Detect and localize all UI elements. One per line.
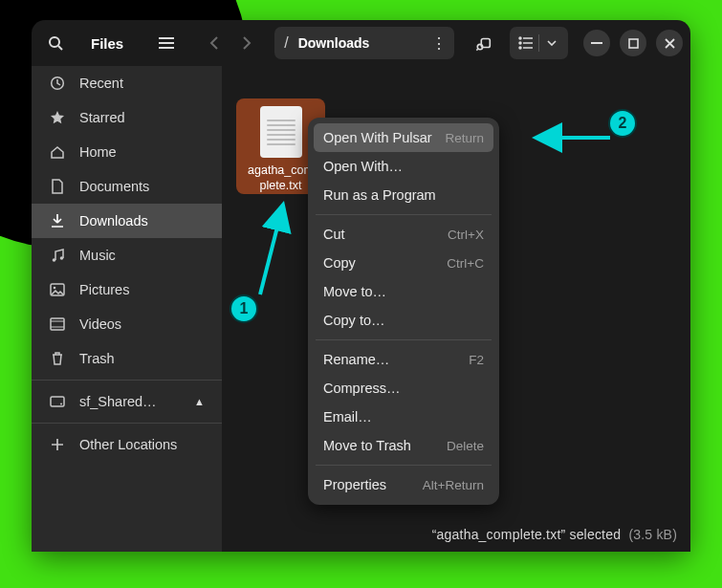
menu-item-label: Properties [323,477,386,492]
menu-item-accel: Delete [447,439,484,453]
minimize-button[interactable] [583,30,610,56]
status-size: (3.5 kB) [628,527,677,542]
sidebar-item-pictures[interactable]: Pictures [32,272,222,307]
menu-item-label: Copy [323,255,356,271]
svg-rect-3 [159,42,174,44]
sidebar-item-recent[interactable]: Recent [32,66,222,100]
window-body: RecentStarredHomeDocumentsDownloadsMusic… [32,66,690,552]
forward-button[interactable] [230,27,263,59]
documents-icon [49,179,66,194]
svg-rect-24 [51,397,64,406]
sidebar-item-label: Other Locations [79,437,177,452]
menu-item-label: Compress… [323,381,401,396]
sidebar-item-other-locations[interactable]: Other Locations [32,427,222,462]
sidebar-item-sf-shared-[interactable]: sf_Shared…▲ [32,384,222,419]
music-icon [49,248,66,263]
sidebar-item-label: Starred [79,110,125,125]
menu-item-accel: Ctrl+X [448,228,484,242]
svg-point-25 [60,403,62,405]
menu-item-accel: F2 [469,353,484,367]
sidebar-item-videos[interactable]: Videos [32,307,222,341]
svg-rect-4 [159,47,174,49]
sidebar-item-label: Trash [79,351,115,366]
svg-point-0 [50,37,59,47]
places-sidebar: RecentStarredHomeDocumentsDownloadsMusic… [32,66,222,552]
svg-line-1 [58,46,62,50]
svg-rect-15 [629,39,638,48]
status-bar: “agatha_complete.txt” selected (3.5 kB) [432,527,677,542]
downloads-icon [49,213,66,229]
close-button[interactable] [656,30,683,56]
search-button[interactable] [39,27,72,59]
back-button[interactable] [198,27,230,59]
menu-item-open-with-[interactable]: Open With… [314,152,493,181]
sidebar-toggle-button[interactable] [150,27,183,59]
status-text: “agatha_complete.txt” selected [432,527,621,542]
pictures-icon [49,283,66,296]
menu-item-label: Move to Trash [323,438,411,453]
view-mode-button[interactable] [510,27,568,59]
sidebar-item-label: Pictures [79,282,129,297]
home-icon [49,144,66,160]
menu-item-move-to-[interactable]: Move to… [314,277,493,306]
menu-item-label: Move to… [323,284,386,299]
menu-item-rename-[interactable]: Rename…F2 [314,345,493,374]
text-file-icon [260,106,302,158]
path-root: / [274,34,297,52]
sidebar-item-documents[interactable]: Documents [32,169,222,204]
svg-point-10 [519,42,521,44]
svg-line-7 [476,49,477,50]
svg-rect-21 [51,318,64,330]
window-controls [583,30,683,56]
svg-point-12 [519,47,521,49]
sidebar-item-trash[interactable]: Trash [32,341,222,376]
sidebar-item-label: Home [79,144,117,160]
menu-item-properties[interactable]: PropertiesAlt+Return [314,470,493,499]
menu-item-label: Copy to… [323,313,384,328]
magnify-button[interactable] [468,27,500,59]
trash-icon [49,351,66,366]
menu-item-label: Cut [323,227,345,242]
nav-buttons [198,27,263,59]
annotation-marker-1: 1 [230,294,258,323]
menu-item-label: Open With Pulsar [323,130,432,145]
svg-point-8 [519,37,521,39]
context-menu: Open With PulsarReturnOpen With…Run as a… [308,118,499,505]
sidebar-item-downloads[interactable]: Downloads [32,204,222,238]
eject-icon[interactable]: ▲ [194,396,205,407]
sidebar-item-starred[interactable]: Starred [32,100,222,135]
star-icon [49,110,66,125]
view-dropdown-icon[interactable] [539,27,564,59]
sidebar-item-label: Documents [79,179,149,194]
sidebar-item-home[interactable]: Home [32,135,222,169]
sidebar-item-label: Music [79,248,116,263]
menu-item-open-with-pulsar[interactable]: Open With PulsarReturn [314,123,493,152]
menu-item-label: Rename… [323,352,389,367]
menu-item-accel: Ctrl+C [447,256,484,271]
menu-item-compress-[interactable]: Compress… [314,374,493,403]
svg-point-18 [60,256,64,260]
list-view-icon [514,27,538,59]
menu-item-cut[interactable]: CutCtrl+X [314,220,493,249]
path-bar[interactable]: / Downloads ⋮ [274,27,454,59]
path-menu-button[interactable]: ⋮ [431,34,447,53]
svg-point-17 [53,258,56,262]
sidebar-item-music[interactable]: Music [32,238,222,272]
maximize-button[interactable] [620,30,646,56]
menu-item-label: Run as a Program [323,187,436,203]
plus-icon [49,438,66,451]
menu-item-copy[interactable]: CopyCtrl+C [314,249,493,277]
history-icon [49,76,66,91]
sidebar-item-label: Downloads [79,213,148,229]
content-pane[interactable]: agatha_complete.txt Open With PulsarRetu… [222,66,690,552]
drive-icon [49,396,66,407]
menu-item-copy-to-[interactable]: Copy to… [314,306,493,335]
sidebar-item-label: Videos [79,316,121,332]
videos-icon [49,317,66,331]
app-title: Files [77,35,144,52]
sidebar-item-label: sf_Shared… [79,394,157,409]
menu-item-run-as-a-program[interactable]: Run as a Program [314,181,493,209]
menu-item-label: Email… [323,409,372,425]
menu-item-move-to-trash[interactable]: Move to TrashDelete [314,431,493,460]
menu-item-email-[interactable]: Email… [314,403,493,431]
